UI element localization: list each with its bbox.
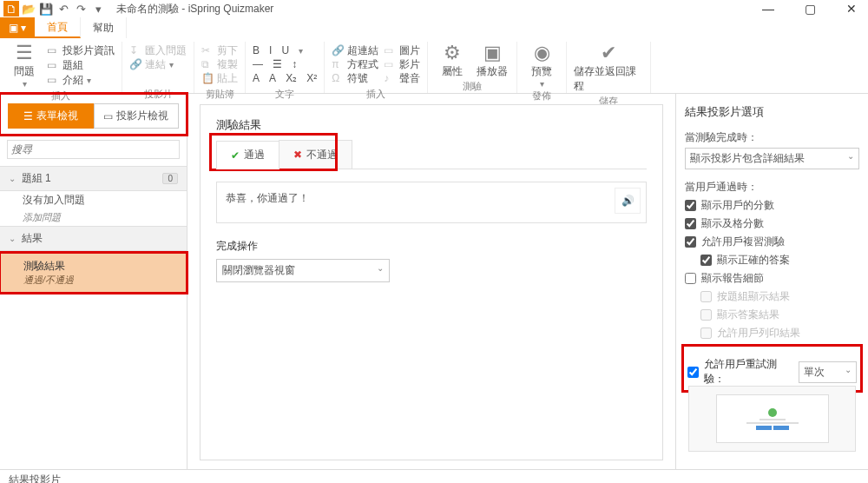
count-badge: 0 <box>162 173 178 184</box>
form-view-button[interactable]: ☰表單檢視 <box>8 103 94 129</box>
results-header[interactable]: ⌄ 結果 <box>0 226 187 251</box>
question-button[interactable]: ☰問題▾ <box>7 42 42 89</box>
qa-dropdown-icon[interactable]: ▾ <box>90 1 106 17</box>
title-bar: 🗋 📂 💾 ↶ ↷ ▾ 未命名的測驗 - iSpring Quizmaker —… <box>0 0 868 17</box>
link-button: 🔗連結▾ <box>129 57 187 71</box>
card-title: 測驗結果 <box>216 117 647 133</box>
redo-icon[interactable]: ↷ <box>73 1 89 17</box>
file-menu-button[interactable]: ▣ ▾ <box>0 17 35 38</box>
no-questions-label: 沒有加入問題 <box>0 191 187 209</box>
chevron-down-icon: ⌄ <box>9 234 16 243</box>
label-when-pass: 當用戶通過時： <box>685 180 859 195</box>
search-box <box>7 140 180 159</box>
cut-button: ✂剪下 <box>201 43 238 57</box>
right-panel: 結果投影片選項 當測驗完成時： 顯示投影片包含詳細結果⌄ 當用戶通過時： 顯示用… <box>675 94 868 469</box>
chk-show-correct[interactable]: 顯示正確的答案 <box>700 253 859 268</box>
tab-home[interactable]: 首頁 <box>35 17 81 38</box>
new-icon[interactable]: 🗋 <box>3 1 19 17</box>
intro-button[interactable]: ▭介紹▾ <box>47 73 115 87</box>
window-controls: — ▢ ✕ <box>755 2 865 16</box>
list-icon: ☰ <box>23 110 33 122</box>
center-panel: 測驗結果 ✔通過 ✖不通過 恭喜，你通過了！ 🔊 完成操作 關閉瀏覽器視窗⌄ <box>187 94 675 469</box>
tab-help[interactable]: 幫助 <box>81 17 127 38</box>
result-name: 測驗結果 <box>23 259 177 274</box>
check-icon: ✔ <box>231 149 240 162</box>
ribbon-group-publish: ◉預覽▾ 發佈 <box>517 42 567 93</box>
complete-action-select[interactable]: 關閉瀏覽器視窗⌄ <box>216 259 390 282</box>
audio-button[interactable]: 🔊 <box>615 188 641 214</box>
ribbon-group-insert2: 🔗超連結 π方程式 Ω符號 ▭圖片 ▭影片 ♪聲音 插入 <box>325 42 428 93</box>
tab-strip: ▣ ▾ 首頁 幫助 <box>0 17 868 38</box>
undo-icon[interactable]: ↶ <box>56 1 71 17</box>
message-text: 恭喜，你通過了！ <box>226 192 309 204</box>
check-icon <box>768 408 777 417</box>
preview-button[interactable]: ◉預覽▾ <box>524 42 559 89</box>
chevron-down-icon: ⌄ <box>847 151 854 166</box>
search-input[interactable] <box>7 140 180 159</box>
group-button[interactable]: ▭題組 <box>47 58 115 72</box>
chk-retry[interactable] <box>687 367 699 378</box>
right-title: 結果投影片選項 <box>685 104 859 120</box>
retry-row: 允許用戶重試測驗： 單次⌄ <box>687 357 857 387</box>
slide-view-button[interactable]: ▭投影片檢視 <box>94 103 180 129</box>
result-card: 測驗結果 ✔通過 ✖不通過 恭喜，你通過了！ 🔊 完成操作 關閉瀏覽器視窗⌄ <box>200 104 663 460</box>
view-toggle: ☰表單檢視 ▭投影片檢視 <box>1 95 186 134</box>
message-box[interactable]: 恭喜，你通過了！ 🔊 <box>216 182 647 223</box>
ribbon-group-text: B I U ▾ — ☰ ↕ A A X₂ X² 文字 <box>246 42 325 93</box>
complete-select[interactable]: 顯示投影片包含詳細結果⌄ <box>685 148 859 169</box>
chk-report-detail[interactable]: 顯示報告細節 <box>685 271 859 286</box>
add-question-link[interactable]: 添加問題 <box>0 209 187 226</box>
fail-tab[interactable]: ✖不通過 <box>279 140 352 169</box>
ribbon-group-save: ✔儲存並返回課程 儲存 <box>567 42 651 93</box>
player-button[interactable]: ▣播放器 <box>475 42 510 79</box>
label-when-complete: 當測驗完成時： <box>685 130 859 145</box>
quiz-result-item[interactable]: 測驗結果 通過/不通過 <box>1 254 186 292</box>
properties-button[interactable]: ⚙屬性 <box>435 42 470 79</box>
chevron-down-icon: ⌄ <box>377 263 384 278</box>
status-bar: 結果投影片 <box>0 469 868 483</box>
minimize-button[interactable]: — <box>755 2 781 16</box>
chk-by-group: 按題組顯示結果 <box>700 289 859 304</box>
result-tabs: ✔通過 ✖不通過 <box>216 140 647 169</box>
quick-access: 🗋 📂 💾 ↶ ↷ ▾ <box>3 1 106 17</box>
save-icon[interactable]: 💾 <box>38 1 54 17</box>
slide-info-button[interactable]: ▭投影片資訊 <box>47 43 115 57</box>
body: ☰表單檢視 ▭投影片檢視 ⌄ 題組 1 0 沒有加入問題 添加問題 ⌄ 結果 測… <box>0 94 868 469</box>
pass-tab[interactable]: ✔通過 <box>216 141 279 169</box>
chk-answer-result: 顯示答案結果 <box>700 308 859 322</box>
result-sub: 通過/不通過 <box>23 274 177 287</box>
cross-icon: ✖ <box>293 149 302 161</box>
ribbon-group-quiz: ⚙屬性 ▣播放器 測驗 <box>428 42 517 93</box>
chk-user-score[interactable]: 顯示用戶的分數 <box>685 198 859 213</box>
save-return-button[interactable]: ✔儲存並返回課程 <box>574 42 643 94</box>
copy-button: ⧉複製 <box>201 57 238 71</box>
group-label: 測驗 <box>435 79 510 93</box>
slide-icon: ▭ <box>103 110 113 122</box>
left-panel: ☰表單檢視 ▭投影片檢視 ⌄ 題組 1 0 沒有加入問題 添加問題 ⌄ 結果 測… <box>0 94 187 469</box>
chk-pass-score[interactable]: 顯示及格分數 <box>685 216 859 231</box>
close-button[interactable]: ✕ <box>838 2 865 16</box>
window-title: 未命名的測驗 - iSpring Quizmaker <box>116 2 273 17</box>
ribbon: ☰問題▾ ▭投影片資訊 ▭題組 ▭介紹▾ 插入 ↧匯入問題 🔗連結▾ 投影片 ✂… <box>0 38 868 94</box>
retry-label: 允許用戶重試測驗： <box>704 357 793 387</box>
ribbon-group-slide: ↧匯入問題 🔗連結▾ 投影片 <box>122 42 194 93</box>
chevron-down-icon: ⌄ <box>9 174 16 183</box>
paste-button: 📋貼上 <box>201 71 238 85</box>
maximize-button[interactable]: ▢ <box>797 2 823 16</box>
open-icon[interactable]: 📂 <box>21 1 36 17</box>
retry-select[interactable]: 單次⌄ <box>799 361 857 383</box>
import-button: ↧匯入問題 <box>129 43 187 57</box>
chk-review[interactable]: 允許用戶複習測驗 <box>685 235 859 249</box>
speaker-icon: 🔊 <box>621 195 635 207</box>
ribbon-group-clipboard: ✂剪下 ⧉複製 📋貼上 剪貼簿 <box>194 42 246 93</box>
ribbon-group-insert1: ☰問題▾ ▭投影片資訊 ▭題組 ▭介紹▾ 插入 <box>0 42 122 93</box>
complete-action-label: 完成操作 <box>216 239 647 254</box>
chevron-down-icon: ⌄ <box>845 365 852 380</box>
group-header[interactable]: ⌄ 題組 1 0 <box>0 166 187 191</box>
chk-print: 允許用戶列印結果 <box>700 326 859 341</box>
preview-thumb <box>688 386 856 452</box>
